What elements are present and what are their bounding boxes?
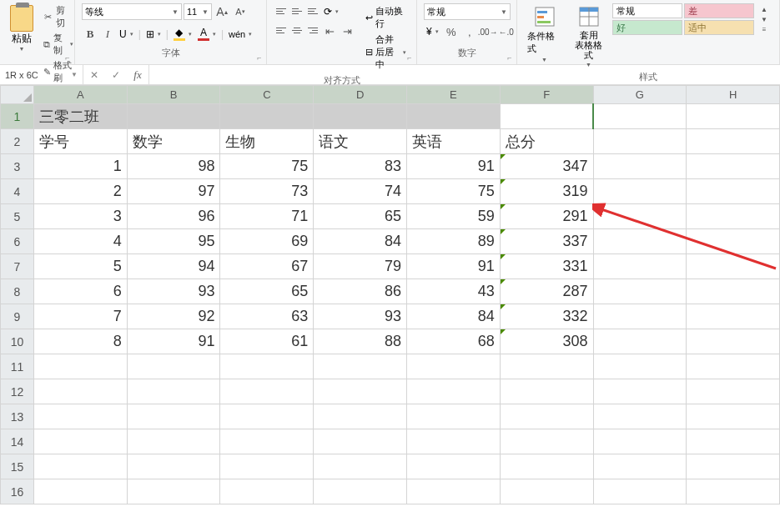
align-right-button[interactable] xyxy=(305,23,320,38)
cell[interactable] xyxy=(593,379,687,404)
increase-indent-button[interactable]: ⇥ xyxy=(339,23,355,39)
number-dialog-launcher[interactable]: ⌐ xyxy=(505,53,515,63)
cell[interactable] xyxy=(314,104,407,129)
font-name-combo[interactable]: 等线▼ xyxy=(82,3,182,20)
comma-button[interactable]: , xyxy=(461,23,478,40)
cell[interactable] xyxy=(500,479,593,504)
cell[interactable]: 84 xyxy=(406,304,500,329)
cell[interactable]: 5 xyxy=(33,254,127,279)
select-all-corner[interactable] xyxy=(1,86,34,104)
conditional-format-button[interactable]: 条件格式▼ xyxy=(524,3,565,64)
paste-button[interactable]: 粘贴 ▼ xyxy=(7,3,37,53)
cell[interactable]: 291 xyxy=(500,204,593,229)
cell[interactable]: 83 xyxy=(314,154,407,179)
cell[interactable]: 308 xyxy=(500,329,593,354)
align-left-button[interactable] xyxy=(274,23,289,38)
increase-decimal-button[interactable]: .00→ xyxy=(480,23,496,40)
column-header[interactable]: B xyxy=(127,86,220,104)
cell[interactable]: 总分 xyxy=(500,129,593,154)
cell[interactable]: 74 xyxy=(314,179,407,204)
cell-style-neutral[interactable]: 适中 xyxy=(684,20,754,35)
cell[interactable] xyxy=(593,104,687,129)
row-header[interactable]: 12 xyxy=(1,379,34,404)
styles-expand[interactable]: ≡ xyxy=(756,24,772,34)
font-dialog-launcher[interactable]: ⌐ xyxy=(254,53,264,63)
cell[interactable] xyxy=(406,379,500,404)
row-header[interactable]: 6 xyxy=(1,229,34,254)
cell[interactable] xyxy=(127,379,220,404)
cell[interactable] xyxy=(687,379,780,404)
accounting-format-button[interactable]: ¥▾ xyxy=(424,23,441,40)
cell[interactable] xyxy=(314,454,407,479)
cut-button[interactable]: ✂剪切 xyxy=(40,3,76,30)
cell[interactable] xyxy=(593,204,687,229)
cell[interactable]: 96 xyxy=(127,204,220,229)
format-as-table-button[interactable]: 套用 表格格式▼ xyxy=(568,3,609,69)
row-header[interactable]: 8 xyxy=(1,279,34,304)
column-header[interactable]: F xyxy=(500,86,593,104)
cell[interactable]: 93 xyxy=(314,304,407,329)
column-header[interactable]: D xyxy=(314,86,407,104)
cell[interactable]: 97 xyxy=(127,179,220,204)
cell-style-normal[interactable]: 常规 xyxy=(612,3,682,18)
cell[interactable] xyxy=(220,354,314,379)
clipboard-dialog-launcher[interactable]: ⌐ xyxy=(63,53,73,63)
cell[interactable] xyxy=(500,379,593,404)
cell[interactable] xyxy=(220,454,314,479)
cell[interactable] xyxy=(500,104,593,129)
fill-color-button[interactable]: ◆▾ xyxy=(171,26,194,43)
cell[interactable]: 65 xyxy=(314,204,407,229)
row-header[interactable]: 11 xyxy=(1,354,34,379)
alignment-dialog-launcher[interactable]: ⌐ xyxy=(405,53,415,63)
cell[interactable]: 91 xyxy=(127,329,220,354)
cell[interactable] xyxy=(687,354,780,379)
cell[interactable] xyxy=(593,354,687,379)
cell[interactable]: 67 xyxy=(220,254,314,279)
cell[interactable] xyxy=(127,479,220,504)
column-header[interactable]: C xyxy=(220,86,314,104)
cell[interactable] xyxy=(687,454,780,479)
cell[interactable]: 98 xyxy=(127,154,220,179)
cell[interactable] xyxy=(687,179,780,204)
cell[interactable] xyxy=(593,279,687,304)
increase-font-button[interactable]: A▴ xyxy=(214,3,230,20)
cell[interactable]: 71 xyxy=(220,204,314,229)
font-color-button[interactable]: A▾ xyxy=(195,26,219,43)
cell[interactable] xyxy=(33,429,127,454)
row-header[interactable]: 9 xyxy=(1,304,34,329)
cell[interactable]: 65 xyxy=(220,279,314,304)
cell[interactable] xyxy=(127,104,220,129)
cancel-formula-button[interactable]: ✕ xyxy=(83,69,105,81)
cell-style-good[interactable]: 好 xyxy=(612,20,682,35)
cell[interactable]: 287 xyxy=(500,279,593,304)
cell[interactable]: 331 xyxy=(500,254,593,279)
cell[interactable] xyxy=(314,404,407,429)
cell[interactable] xyxy=(33,454,127,479)
cell[interactable] xyxy=(500,354,593,379)
cell[interactable]: 93 xyxy=(127,279,220,304)
cell[interactable] xyxy=(127,404,220,429)
cell[interactable] xyxy=(593,254,687,279)
cell[interactable] xyxy=(33,404,127,429)
cell[interactable] xyxy=(500,404,593,429)
cell[interactable]: 68 xyxy=(406,329,500,354)
font-size-combo[interactable]: 11▼ xyxy=(184,3,212,20)
cell[interactable]: 337 xyxy=(500,229,593,254)
cell[interactable] xyxy=(593,129,687,154)
row-header[interactable]: 5 xyxy=(1,204,34,229)
cell[interactable] xyxy=(314,354,407,379)
cell[interactable]: 7 xyxy=(33,304,127,329)
cell[interactable]: 8 xyxy=(33,329,127,354)
column-header[interactable]: A xyxy=(33,86,127,104)
cell[interactable] xyxy=(220,479,314,504)
spreadsheet-grid[interactable]: ABCDEFGH1三零二班2学号数学生物语文英语总分31987583913474… xyxy=(0,85,780,531)
cell[interactable] xyxy=(406,404,500,429)
column-header[interactable]: G xyxy=(593,86,687,104)
cell[interactable]: 91 xyxy=(406,154,500,179)
percent-button[interactable]: % xyxy=(443,23,460,40)
cell[interactable] xyxy=(593,154,687,179)
cell[interactable] xyxy=(220,429,314,454)
orientation-button[interactable]: ⟳▾ xyxy=(321,3,341,20)
cell[interactable] xyxy=(406,429,500,454)
cell[interactable] xyxy=(593,304,687,329)
